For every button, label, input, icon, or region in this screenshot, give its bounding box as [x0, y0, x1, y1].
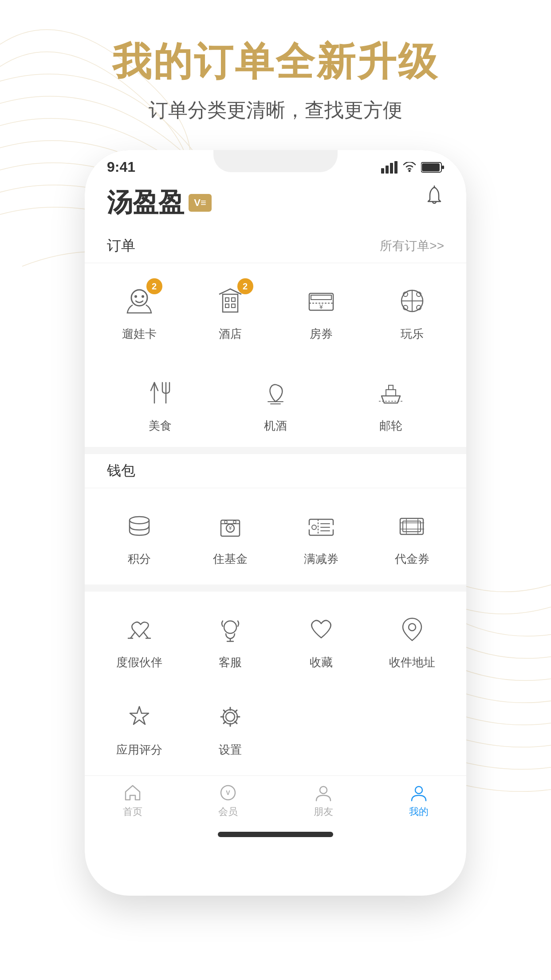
- service-customer[interactable]: 客服: [185, 601, 276, 679]
- food-icon: [140, 373, 180, 413]
- wallet-grid: 积分 ¥ 住基金: [85, 488, 466, 585]
- entertainment-icon: [392, 281, 432, 321]
- signal-icon: [381, 161, 398, 174]
- cash-voucher-icon: [392, 506, 432, 546]
- room-voucher-icon: ¥: [301, 281, 341, 321]
- svg-rect-15: [225, 304, 229, 308]
- order-cruise[interactable]: 邮轮: [333, 364, 449, 443]
- svg-point-43: [224, 521, 227, 523]
- service-rating[interactable]: 应用评分: [94, 688, 185, 767]
- svg-point-67: [320, 786, 327, 794]
- favorites-label: 收藏: [310, 655, 333, 670]
- tab-membership[interactable]: V 会员: [180, 783, 276, 818]
- home-indicator: [218, 832, 333, 837]
- svg-point-63: [226, 712, 235, 721]
- food-label: 美食: [149, 418, 172, 434]
- order-baby-card[interactable]: 2 遛娃卡: [94, 272, 185, 351]
- svg-point-11: [142, 295, 144, 298]
- mine-tab-icon: [409, 783, 429, 802]
- tab-mine-label: 我的: [409, 805, 429, 818]
- bell-icon[interactable]: [425, 186, 444, 210]
- orders-more[interactable]: 所有订单>>: [380, 237, 444, 254]
- favorites-icon: [301, 609, 341, 649]
- settings-label: 设置: [219, 742, 242, 758]
- svg-point-44: [233, 521, 236, 523]
- air-hotel-icon: [256, 373, 295, 413]
- main-title: 我的订单全新升级: [27, 36, 524, 88]
- points-icon: [119, 506, 159, 546]
- svg-point-9: [131, 290, 147, 306]
- order-food[interactable]: 美食: [102, 364, 218, 443]
- svg-rect-1: [386, 166, 389, 174]
- svg-point-62: [409, 624, 416, 631]
- svg-point-68: [415, 786, 422, 794]
- wallet-housing-fund[interactable]: ¥ 住基金: [185, 497, 276, 576]
- order-air-hotel[interactable]: 机酒: [218, 364, 333, 443]
- svg-text:¥: ¥: [228, 525, 232, 531]
- housing-fund-icon: ¥: [210, 506, 250, 546]
- phone-inner: 9:41: [85, 150, 466, 896]
- app-logo: 汤盈盈 V≡: [107, 186, 212, 220]
- friends-tab-icon: [314, 783, 333, 802]
- address-label: 收件地址: [389, 655, 435, 670]
- discount-coupon-icon: [301, 506, 341, 546]
- page: 我的订单全新升级 订单分类更清晰，查找更方便 9:41: [0, 0, 551, 980]
- address-icon: [392, 609, 432, 649]
- tab-friends-label: 朋友: [314, 805, 333, 818]
- svg-point-46: [312, 525, 316, 530]
- home-tab-icon: [123, 783, 142, 802]
- vip-text: V≡: [194, 197, 206, 209]
- service-favorites[interactable]: 收藏: [276, 601, 366, 679]
- svg-point-10: [134, 295, 137, 298]
- tab-mine[interactable]: 我的: [371, 783, 466, 818]
- wifi-icon: [402, 162, 417, 173]
- svg-rect-36: [389, 385, 393, 390]
- order-hotel[interactable]: 2 酒店: [185, 272, 276, 351]
- orders-grid-row2: 美食 机酒: [85, 360, 466, 447]
- tab-home-label: 首页: [123, 805, 142, 818]
- svg-rect-13: [225, 298, 229, 301]
- service-address[interactable]: 收件地址: [366, 601, 457, 679]
- logo-text: 汤盈盈: [107, 186, 184, 220]
- housing-fund-label: 住基金: [213, 551, 248, 567]
- wallet-title: 钱包: [107, 461, 135, 481]
- battery-icon: [421, 162, 444, 173]
- rating-label: 应用评分: [116, 742, 162, 758]
- order-room-voucher[interactable]: ¥ 房券: [276, 272, 366, 351]
- services-grid-row1: 度假伙伴 客服: [85, 592, 466, 688]
- svg-rect-0: [381, 168, 384, 174]
- rating-icon: [119, 697, 159, 737]
- divider-2: [85, 585, 466, 592]
- status-icons: [381, 161, 444, 174]
- app-header: 汤盈盈 V≡: [85, 177, 466, 229]
- tab-home[interactable]: 首页: [85, 783, 180, 818]
- header-area: 我的订单全新升级 订单分类更清晰，查找更方便: [0, 0, 551, 141]
- hotel-label: 酒店: [219, 326, 242, 342]
- services-grid-row2: 应用评分 设置: [85, 688, 466, 775]
- svg-rect-3: [394, 161, 398, 174]
- svg-text:V: V: [226, 789, 230, 796]
- svg-rect-35: [386, 390, 396, 396]
- svg-rect-2: [390, 163, 393, 174]
- svg-point-51: [307, 525, 311, 530]
- status-time: 9:41: [107, 159, 135, 175]
- service-vacation-partner[interactable]: 度假伙伴: [94, 601, 185, 679]
- settings-icon: [210, 697, 250, 737]
- wallet-points[interactable]: 积分: [94, 497, 185, 576]
- wallet-cash-voucher[interactable]: 代金券: [366, 497, 457, 576]
- tab-friends[interactable]: 朋友: [276, 783, 371, 818]
- phone-mockup: 9:41: [85, 150, 466, 896]
- svg-rect-16: [232, 304, 235, 308]
- order-entertainment[interactable]: 玩乐: [366, 272, 457, 351]
- baby-card-label: 遛娃卡: [122, 326, 157, 342]
- badge-hotel: 2: [237, 278, 253, 294]
- svg-point-59: [224, 621, 236, 633]
- vacation-partner-icon: [119, 609, 159, 649]
- cash-voucher-label: 代金券: [395, 551, 429, 567]
- orders-section-header: 订单 所有订单>>: [85, 229, 466, 263]
- discount-coupon-label: 满减券: [304, 551, 338, 567]
- service-settings[interactable]: 设置: [185, 688, 276, 767]
- svg-rect-14: [232, 298, 235, 301]
- wallet-discount-coupon[interactable]: 满减券: [276, 497, 366, 576]
- sub-title: 订单分类更清晰，查找更方便: [27, 97, 524, 123]
